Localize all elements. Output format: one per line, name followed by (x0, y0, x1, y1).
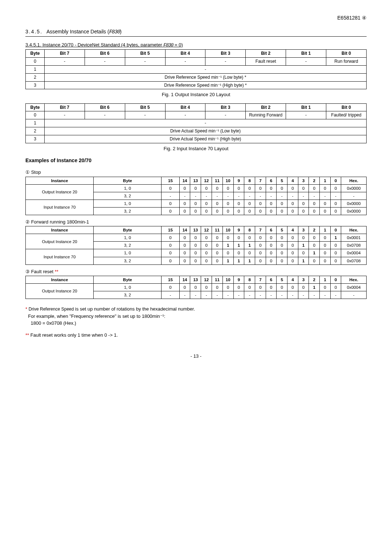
fig2-caption: Fig. 2 Input Instance 70 Layout (25, 145, 367, 152)
bit-cell: Fault reset (246, 58, 286, 66)
bit-cell: 0 (320, 283, 331, 291)
bit-cell: 0 (277, 184, 287, 192)
bit-cell: 1 (222, 257, 233, 264)
byte-cell: 0 (26, 58, 45, 66)
note2-star: ** (25, 332, 30, 338)
byte-cell: 3, 2 (94, 242, 162, 249)
circled-3: ③ (25, 269, 30, 274)
bit-cell: Run forward (326, 58, 367, 66)
col-header: 9 (233, 226, 244, 234)
note-1: * Drive Reference Speed is set up number… (25, 305, 367, 327)
bit-cell: 0 (212, 200, 223, 207)
bit-cell: 0 (222, 283, 233, 291)
bit-cell: - (179, 192, 190, 200)
section-title: 3.4.5. Assembly Instance Details (F830) (25, 28, 367, 37)
col-header: 9 (233, 177, 244, 184)
note2-txt: Fault reset works only 1 time when 0 -> … (30, 332, 118, 338)
bit-cell: 0 (320, 207, 331, 215)
bit-cell: 0 (277, 283, 287, 291)
bit-cell: 0 (298, 207, 309, 215)
bit-cell: 0 (190, 200, 201, 207)
note1-a: Drive Reference Speed (29, 307, 74, 312)
hex-cell: 0x0708 (341, 242, 367, 249)
col-header: Bit 0 (326, 103, 367, 111)
col-header: Bit 7 (44, 103, 85, 111)
ex1-text: Stop (31, 169, 41, 175)
bit-cell: Running Forward (246, 111, 286, 119)
instance-cell: Output Instance 20 (26, 184, 94, 200)
bit-cell: 0 (287, 200, 298, 207)
bit-cell: 0 (201, 249, 212, 257)
byte-cell: 3, 2 (94, 257, 162, 264)
bit-cell: - (85, 111, 125, 119)
bit-cell: - (125, 58, 165, 66)
bit-cell: 0 (190, 234, 201, 242)
ex3-text: Fault reset (31, 269, 55, 274)
bit-cell: 0 (320, 242, 331, 249)
bit-cell: - (162, 291, 179, 299)
bit-cell: 0 (201, 242, 212, 249)
bit-cell: - (286, 58, 326, 66)
ex2-text: Forward running 1800min-1 (31, 219, 89, 225)
byte-cell: 3 (26, 135, 45, 143)
bit-cell: 0 (255, 207, 266, 215)
bit-cell: 0 (222, 200, 233, 207)
bit-cell: 0 (162, 283, 179, 291)
note1-l2: For example, when "Frequency reference" … (28, 313, 165, 319)
bit-cell: - (190, 291, 201, 299)
col-header: 2 (309, 177, 320, 184)
note1-l3: 1800 = 0x0708 (Hex.) (30, 320, 76, 326)
bit-cell: 0 (201, 283, 212, 291)
col-header: 8 (244, 276, 255, 283)
col-header: 15 (162, 226, 179, 234)
col-header: Instance (26, 226, 94, 234)
bit-cell: - (212, 192, 223, 200)
col-header: 4 (287, 276, 298, 283)
bit-cell: 0 (190, 184, 201, 192)
bit-cell: 0 (179, 283, 190, 291)
byte-cell: 3 (26, 81, 45, 89)
bit-cell: 0 (298, 283, 309, 291)
col-header: 0 (330, 177, 341, 184)
bit-cell: 0 (255, 283, 266, 291)
col-header: 1 (320, 177, 331, 184)
section-param: F830 (109, 29, 120, 35)
col-header: 7 (255, 226, 266, 234)
instance-cell: Input Instance 70 (26, 249, 94, 264)
bit-cell: 0 (201, 234, 212, 242)
bit-cell: 1 (244, 257, 255, 264)
col-header: 11 (212, 276, 223, 283)
ex1-table: InstanceByte1514131211109876543210Hex. O… (25, 177, 367, 215)
bit-cell: - (179, 291, 190, 299)
bit-cell: 0 (255, 184, 266, 192)
col-header: Byte (94, 226, 162, 234)
col-header: 5 (277, 177, 287, 184)
hex-cell: 0x0004 (341, 249, 367, 257)
bit-cell: 0 (179, 242, 190, 249)
bit-cell: 0 (222, 234, 233, 242)
ex1-label: ① Stop (25, 169, 367, 176)
note1-b: is set up number of rotations by the hex… (74, 306, 195, 312)
bit-cell: 0 (190, 283, 201, 291)
bit-cell: 0 (201, 200, 212, 207)
col-header: 1 (320, 276, 331, 283)
bit-cell: 0 (222, 207, 233, 215)
bit-cell: 0 (330, 242, 341, 249)
bit-cell: - (44, 58, 85, 66)
col-header: 5 (277, 276, 287, 283)
bit-cell: 0 (266, 234, 277, 242)
bit-cell: - (85, 58, 125, 66)
col-header: 7 (255, 276, 266, 283)
col-header: 11 (212, 177, 223, 184)
sub-num: 3.4.5.1. (25, 42, 41, 48)
page-header: E6581281 ④ (25, 15, 367, 22)
input-layout-table: ByteBit 7Bit 6Bit 5Bit 4Bit 3Bit 2Bit 1B… (25, 103, 367, 143)
bit-cell: 0 (277, 257, 287, 264)
bit-cell: - (255, 192, 266, 200)
hex-cell: 0x0000 (341, 184, 367, 192)
bit-cell: 0 (233, 207, 244, 215)
bit-cell: 0 (233, 283, 244, 291)
bit-cell: 0 (330, 207, 341, 215)
bit-cell: 0 (233, 184, 244, 192)
col-header: Byte (26, 50, 45, 58)
